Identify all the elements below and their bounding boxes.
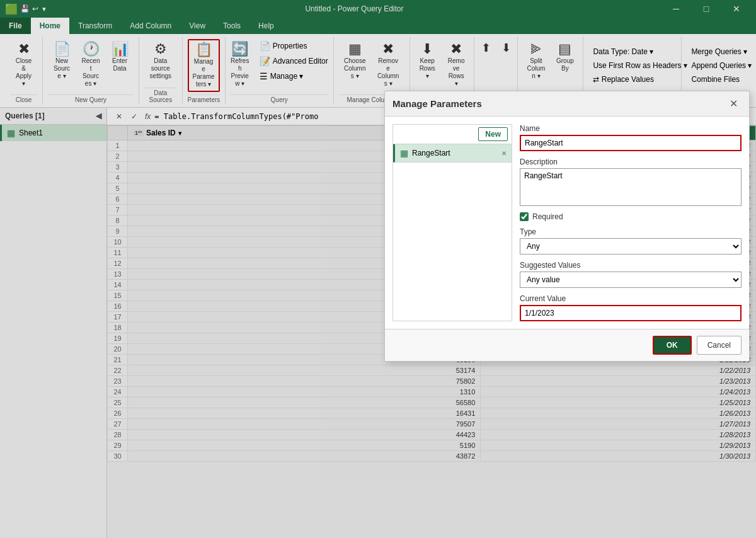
description-input[interactable]: RangeStart	[520, 168, 742, 206]
dialog-title: Manage Parameters	[392, 98, 482, 109]
params-list: New ▦ RangeStart ✕	[392, 124, 512, 321]
form-group-current-value: Current Value	[520, 294, 742, 321]
param-icon: ▦	[400, 148, 408, 158]
param-label: RangeStart	[412, 149, 450, 157]
form-group-name: Name	[520, 124, 742, 151]
dialog-close-button[interactable]: ✕	[726, 96, 742, 111]
suggested-values-select[interactable]: Any value List of values Query	[520, 272, 742, 288]
form-group-suggested-values: Suggested Values Any value List of value…	[520, 261, 742, 288]
description-label: Description	[520, 157, 742, 166]
dialog-overlay: Manage Parameters ✕ New ▦ RangeStart ✕ N…	[0, 0, 756, 538]
cancel-button[interactable]: Cancel	[697, 336, 742, 355]
params-list-header: New	[393, 125, 512, 144]
name-label: Name	[520, 124, 742, 133]
form-group-description: Description RangeStart	[520, 157, 742, 206]
param-delete-button[interactable]: ✕	[501, 150, 507, 157]
ok-button[interactable]: OK	[653, 336, 692, 355]
current-value-label: Current Value	[520, 294, 742, 303]
required-group: Required	[520, 212, 742, 221]
type-label: Type	[520, 227, 742, 236]
name-input[interactable]	[520, 135, 742, 151]
dialog-footer: OK Cancel	[385, 329, 749, 361]
suggested-values-label: Suggested Values	[520, 261, 742, 270]
dialog-titlebar: Manage Parameters ✕	[385, 91, 749, 117]
required-checkbox[interactable]	[520, 212, 529, 221]
form-group-type: Type Any Text Number Date DateTime Boole…	[520, 227, 742, 255]
manage-parameters-dialog: Manage Parameters ✕ New ▦ RangeStart ✕ N…	[384, 91, 750, 362]
dialog-body: New ▦ RangeStart ✕ Name Description Rang…	[385, 117, 749, 329]
param-item-rangestart[interactable]: ▦ RangeStart ✕	[393, 144, 512, 163]
type-select[interactable]: Any Text Number Date DateTime Boolean	[520, 238, 742, 255]
current-value-input[interactable]	[520, 305, 742, 321]
new-parameter-button[interactable]: New	[478, 127, 508, 141]
required-label: Required	[532, 212, 563, 221]
param-form: Name Description RangeStart Required Typ…	[520, 124, 742, 321]
